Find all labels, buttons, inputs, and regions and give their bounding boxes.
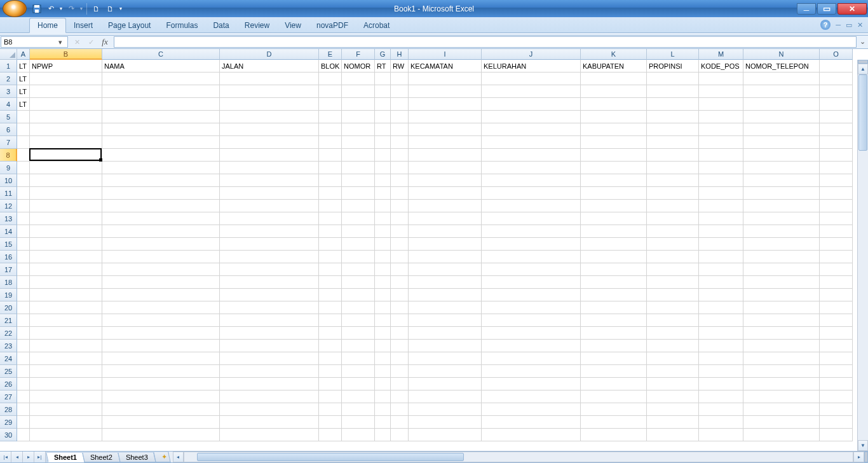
cell-D16[interactable] [220,251,319,263]
cell-M2[interactable] [699,73,743,85]
cell-B11[interactable] [30,187,102,200]
cell-B27[interactable] [30,390,102,403]
cell-A18[interactable] [17,276,30,289]
cell-B30[interactable] [30,429,102,441]
help-icon[interactable]: ? [820,20,831,30]
select-all-corner[interactable] [0,49,17,60]
cell-C26[interactable] [102,378,220,390]
cell-L2[interactable] [647,73,699,85]
cell-N26[interactable] [743,378,820,390]
cell-N11[interactable] [743,187,820,200]
cell-C7[interactable] [102,136,220,149]
cell-G2[interactable] [375,73,391,85]
cell-L18[interactable] [647,276,699,289]
redo-dropdown-icon[interactable]: ▼ [79,3,84,15]
cell-I18[interactable] [409,276,482,289]
column-header-E[interactable]: E [319,49,342,60]
cell-B6[interactable] [30,123,102,136]
cell-G17[interactable] [375,263,391,276]
cell-B23[interactable] [30,340,102,352]
cell-C29[interactable] [102,416,220,429]
cell-E18[interactable] [319,276,342,289]
cell-D17[interactable] [220,263,319,276]
cell-M7[interactable] [699,136,743,149]
cell-C20[interactable] [102,301,220,314]
column-header-K[interactable]: K [581,49,647,60]
cell-J30[interactable] [482,429,581,441]
cell-K17[interactable] [581,263,647,276]
cell-O18[interactable] [820,276,853,289]
cell-G10[interactable] [375,174,391,187]
cell-F17[interactable] [342,263,375,276]
undo-dropdown-icon[interactable]: ▼ [58,3,64,15]
cell-E26[interactable] [319,378,342,390]
cell-G8[interactable] [375,149,391,162]
cell-G29[interactable] [375,416,391,429]
cell-M6[interactable] [699,123,743,136]
cell-H17[interactable] [391,263,409,276]
cell-G5[interactable] [375,111,391,123]
cell-B25[interactable] [30,365,102,378]
cell-D5[interactable] [220,111,319,123]
cell-N9[interactable] [743,162,820,174]
cell-E11[interactable] [319,187,342,200]
cell-H12[interactable] [391,200,409,212]
cell-C13[interactable] [102,212,220,225]
cell-M18[interactable] [699,276,743,289]
row-header-5[interactable]: 5 [0,111,17,123]
cell-E20[interactable] [319,301,342,314]
cell-J15[interactable] [482,238,581,251]
cell-G16[interactable] [375,251,391,263]
cell-G15[interactable] [375,238,391,251]
column-header-M[interactable]: M [699,49,743,60]
cell-B12[interactable] [30,200,102,212]
close-button[interactable] [837,3,867,15]
cell-H26[interactable] [391,378,409,390]
cell-M15[interactable] [699,238,743,251]
cell-J4[interactable] [482,98,581,111]
cell-C12[interactable] [102,200,220,212]
cell-H20[interactable] [391,301,409,314]
cell-B2[interactable] [30,73,102,85]
ribbon-tab-formulas[interactable]: Formulas [158,18,205,32]
doc-close-icon[interactable]: ✕ [857,21,863,29]
row-header-20[interactable]: 20 [0,301,17,314]
cell-O21[interactable] [820,314,853,327]
cell-E12[interactable] [319,200,342,212]
cell-A21[interactable] [17,314,30,327]
cell-F27[interactable] [342,390,375,403]
cell-C16[interactable] [102,251,220,263]
ribbon-tab-page-layout[interactable]: Page Layout [100,18,158,32]
ribbon-tab-acrobat[interactable]: Acrobat [356,18,397,32]
cell-C25[interactable] [102,365,220,378]
cell-J8[interactable] [482,149,581,162]
cell-J14[interactable] [482,225,581,238]
cell-K6[interactable] [581,123,647,136]
cell-K9[interactable] [581,162,647,174]
cell-E27[interactable] [319,390,342,403]
cell-C1[interactable]: NAMA [102,60,220,73]
cell-K13[interactable] [581,212,647,225]
column-header-L[interactable]: L [647,49,699,60]
ribbon-tab-view[interactable]: View [277,18,309,32]
cell-K8[interactable] [581,149,647,162]
cell-A8[interactable] [17,149,30,162]
cell-M10[interactable] [699,174,743,187]
cell-E17[interactable] [319,263,342,276]
scroll-left-button[interactable]: ◂ [173,452,184,462]
cell-H29[interactable] [391,416,409,429]
cell-D7[interactable] [220,136,319,149]
cell-C19[interactable] [102,289,220,301]
cell-D22[interactable] [220,327,319,340]
cell-F10[interactable] [342,174,375,187]
row-header-6[interactable]: 6 [0,123,17,136]
cell-K4[interactable] [581,98,647,111]
cell-O8[interactable] [820,149,853,162]
cell-K2[interactable] [581,73,647,85]
cell-M4[interactable] [699,98,743,111]
cell-E15[interactable] [319,238,342,251]
cell-O25[interactable] [820,365,853,378]
cell-O12[interactable] [820,200,853,212]
cell-D9[interactable] [220,162,319,174]
cell-K18[interactable] [581,276,647,289]
